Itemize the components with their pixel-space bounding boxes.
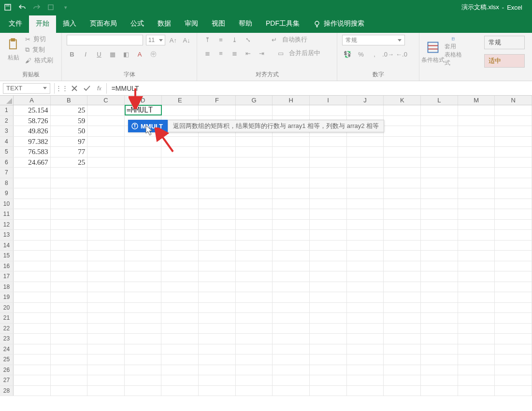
cell[interactable] [495,282,532,292]
cell[interactable] [14,365,51,375]
cell[interactable] [384,354,421,365]
table-format-button[interactable]: 套用表格格式 [445,37,462,67]
cell[interactable] [273,354,310,365]
cell[interactable] [458,375,495,385]
row-header[interactable]: 17 [0,271,14,282]
redo-icon[interactable] [33,3,41,11]
cell[interactable] [310,105,347,115]
cell[interactable] [458,168,495,178]
cell[interactable] [236,188,273,198]
cell[interactable] [161,334,199,344]
row-header[interactable]: 12 [0,220,14,230]
cell[interactable] [347,344,384,354]
cell[interactable] [51,271,88,282]
cell[interactable] [458,354,495,365]
cell[interactable] [14,230,51,240]
cell[interactable] [495,147,532,157]
cell[interactable] [87,188,125,198]
cell[interactable] [495,365,532,375]
cell[interactable] [458,344,495,354]
cell[interactable] [199,324,236,334]
cell[interactable] [125,344,162,354]
tell-me[interactable]: 操作说明搜索 [306,15,371,33]
cell[interactable] [51,168,88,178]
wrap-button[interactable]: 自动换行 [282,35,307,44]
enter-button[interactable] [81,83,93,94]
cell[interactable] [236,324,273,334]
cell[interactable] [421,292,458,302]
merge-button[interactable]: 合并后居中 [289,49,320,57]
cell[interactable] [199,334,236,344]
tab-formulas[interactable]: 公式 [124,15,151,33]
col-header[interactable]: J [347,96,384,105]
cell[interactable] [87,126,125,136]
cell[interactable] [236,220,273,230]
cell[interactable] [125,375,162,385]
cell[interactable] [310,334,347,344]
cell[interactable] [421,126,458,136]
cell[interactable] [310,313,347,323]
cell[interactable] [199,168,236,178]
cell[interactable] [310,137,347,147]
col-header[interactable]: E [162,96,199,105]
cell[interactable] [14,251,51,261]
cell[interactable] [421,261,458,271]
cell[interactable] [51,334,88,344]
cell[interactable] [458,105,495,115]
cell[interactable] [421,230,458,240]
row-header[interactable]: 3 [0,126,14,136]
cell[interactable] [87,230,125,240]
cell[interactable] [273,292,310,302]
cell[interactable] [161,230,199,240]
cell[interactable] [458,324,495,334]
cell[interactable] [125,178,162,188]
font-color-button[interactable]: A [134,49,145,59]
cell[interactable] [458,282,495,292]
cell[interactable]: 59 [51,116,88,126]
cell[interactable] [236,261,273,271]
cell[interactable] [310,303,347,313]
cell[interactable] [310,365,347,375]
cell[interactable] [273,220,310,230]
cell[interactable] [310,282,347,292]
cell[interactable] [458,188,495,198]
tooltip-function-name[interactable]: MMULT [128,120,168,132]
cell[interactable] [51,220,88,230]
cell[interactable] [236,251,273,261]
cell[interactable] [87,313,125,323]
row-header[interactable]: 21 [0,313,14,323]
cell[interactable] [495,137,532,147]
cell[interactable] [458,313,495,323]
cell[interactable] [384,199,421,209]
cell[interactable] [273,261,310,271]
cell[interactable] [125,303,162,313]
cell[interactable] [236,230,273,240]
row-header[interactable]: 27 [0,375,14,385]
cell[interactable]: 25 [51,105,88,115]
cell[interactable] [310,324,347,334]
cell[interactable] [199,147,236,157]
cell[interactable] [384,209,421,219]
cell[interactable] [458,116,495,126]
cell[interactable] [125,334,162,344]
cell[interactable] [347,292,384,302]
function-tooltip[interactable]: MMULT 返回两数组的矩阵积，结果矩阵的行数与 array1 相等，列数与 a… [128,120,384,132]
col-header[interactable]: G [236,96,273,105]
cell[interactable] [310,375,347,385]
cell[interactable] [87,168,125,178]
cell[interactable] [273,199,310,209]
tab-home[interactable]: 开始 [29,15,56,33]
cell[interactable] [273,241,310,251]
cell[interactable] [347,313,384,323]
cell[interactable] [310,386,347,396]
cell[interactable] [495,105,532,115]
cell[interactable] [236,354,273,365]
col-header[interactable]: N [495,96,532,105]
format-painter-button[interactable]: 🖌格式刷 [25,56,53,65]
cell[interactable] [495,126,532,136]
quick-action-icon[interactable] [47,3,55,11]
cell[interactable]: 97 [51,137,88,147]
cell[interactable] [199,354,236,365]
cell[interactable] [14,199,51,209]
cell[interactable] [14,303,51,313]
